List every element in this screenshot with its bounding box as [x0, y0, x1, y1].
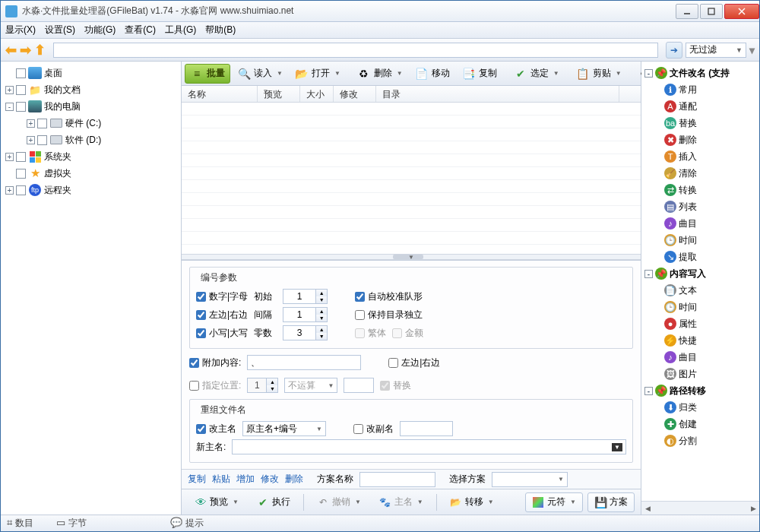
- ops-item[interactable]: 🧹清除: [641, 165, 759, 182]
- expand-icon[interactable]: -: [5, 103, 14, 111]
- tree-item[interactable]: +📁我的文档: [1, 81, 181, 98]
- right-scrollbar[interactable]: ◀▶: [641, 501, 759, 515]
- ops-item[interactable]: ♪曲目: [641, 215, 759, 232]
- position-spinner[interactable]: ▲▼: [247, 378, 278, 393]
- start-spinner[interactable]: ▲▼: [283, 289, 328, 304]
- expand-icon[interactable]: -: [644, 270, 653, 278]
- minimize-button[interactable]: [676, 4, 698, 19]
- append-check[interactable]: 附加内容:: [189, 356, 241, 369]
- scheme-link[interactable]: 增加: [236, 473, 255, 486]
- ops-item[interactable]: ba替换: [641, 115, 759, 131]
- position-replace-check[interactable]: 替换: [380, 379, 411, 392]
- position-check[interactable]: 指定位置:: [189, 379, 241, 392]
- tree-item[interactable]: +硬件 (C:): [1, 115, 181, 131]
- traditional-check[interactable]: 繁体: [355, 327, 386, 340]
- checkbox[interactable]: [37, 135, 47, 145]
- main-name-check[interactable]: 改主名: [196, 423, 236, 435]
- transfer-button[interactable]: 📂转移▼: [443, 492, 501, 512]
- money-check[interactable]: 金额: [392, 327, 423, 340]
- path-input[interactable]: [53, 43, 658, 58]
- checkbox[interactable]: [16, 169, 26, 179]
- splitter[interactable]: ▼: [182, 254, 641, 260]
- tree-item[interactable]: +ftp远程夹: [1, 182, 181, 198]
- append-lr-check[interactable]: 左边|右边: [388, 356, 440, 369]
- case-check[interactable]: 小写|大写: [196, 327, 248, 340]
- column-header[interactable]: 预览: [258, 86, 300, 102]
- tree-item[interactable]: +系统夹: [1, 148, 181, 165]
- ops-item[interactable]: 📄文本: [641, 282, 759, 299]
- expand-icon[interactable]: +: [27, 136, 35, 144]
- expand-icon[interactable]: +: [5, 186, 14, 195]
- maximize-button[interactable]: [700, 4, 723, 19]
- back-button[interactable]: ⬅: [5, 42, 17, 59]
- column-header[interactable]: 名称: [182, 86, 258, 102]
- expand-icon[interactable]: +: [5, 86, 14, 94]
- symbol-button[interactable]: 元符▼: [525, 492, 583, 512]
- execute-button[interactable]: ✔执行: [250, 492, 297, 512]
- ops-item[interactable]: 🖼图片: [641, 366, 759, 382]
- expand-icon[interactable]: +: [27, 119, 35, 128]
- file-list[interactable]: [182, 103, 641, 254]
- gap-spinner[interactable]: ▲▼: [283, 307, 328, 322]
- expand-icon[interactable]: [5, 69, 14, 78]
- menu-item[interactable]: 查看(C): [125, 24, 156, 36]
- primary-button[interactable]: 🐾主名▼: [372, 492, 430, 512]
- scheme-link[interactable]: 修改: [261, 473, 279, 486]
- menu-item[interactable]: 工具(G): [165, 24, 196, 36]
- scheme-link[interactable]: 复制: [188, 473, 206, 486]
- ops-category[interactable]: -📌路径转移: [641, 382, 759, 399]
- expand-icon[interactable]: -: [644, 387, 653, 395]
- go-button[interactable]: ➔: [666, 42, 682, 59]
- list-header[interactable]: 名称预览大小修改目录: [182, 86, 641, 103]
- auto-align-check[interactable]: 自动校准队形: [355, 290, 423, 303]
- digit-letter-check[interactable]: 数字|字母: [196, 290, 248, 303]
- menu-item[interactable]: 功能(G): [84, 24, 116, 36]
- checkbox[interactable]: [16, 102, 26, 112]
- cut-button[interactable]: 📋剪贴▼: [571, 64, 627, 84]
- batch-button[interactable]: ≡批量: [185, 64, 230, 84]
- checkbox[interactable]: [16, 68, 26, 78]
- select-button[interactable]: ✔选定▼: [508, 64, 565, 84]
- scheme-select-combo[interactable]: ▼: [492, 472, 568, 487]
- expand-icon[interactable]: +: [5, 153, 14, 161]
- column-header[interactable]: 大小: [300, 86, 334, 102]
- ops-item[interactable]: T插入: [641, 148, 759, 165]
- close-button[interactable]: [724, 4, 759, 19]
- copy-button[interactable]: 📑复制: [457, 64, 502, 84]
- main-name-combo[interactable]: 原主名+编号▼: [242, 421, 326, 436]
- ops-category[interactable]: -📌文件改名 (支持: [641, 65, 759, 81]
- ops-item[interactable]: ⬇归类: [641, 399, 759, 416]
- operations-tree[interactable]: -📌文件改名 (支持ℹ常用A通配ba替换✖删除T插入🧹清除⇄转换▤列表♪曲目🕒时…: [641, 62, 759, 515]
- ops-item[interactable]: A通配: [641, 98, 759, 115]
- ops-item[interactable]: ↘提取: [641, 249, 759, 265]
- menu-item[interactable]: 帮助(B): [205, 24, 236, 36]
- folder-tree[interactable]: 桌面+📁我的文档-我的电脑+硬件 (C:)+软件 (D:)+系统夹★虚拟夹+ft…: [1, 62, 182, 515]
- keep-dir-check[interactable]: 保持目录独立: [355, 309, 423, 321]
- ops-item[interactable]: ℹ常用: [641, 81, 759, 98]
- position-val-input[interactable]: [344, 378, 374, 393]
- ops-item[interactable]: ✚创建: [641, 416, 759, 432]
- checkbox[interactable]: [16, 85, 26, 95]
- ops-item[interactable]: ◐分割: [641, 432, 759, 449]
- open-button[interactable]: 📂打开▼: [290, 64, 346, 84]
- append-input[interactable]: [247, 355, 361, 370]
- tree-item[interactable]: +软件 (D:): [1, 131, 181, 148]
- new-main-combo[interactable]: ▼: [232, 439, 626, 454]
- scheme-link[interactable]: 粘贴: [212, 473, 230, 486]
- scheme-link[interactable]: 删除: [285, 473, 303, 486]
- column-header[interactable]: 修改: [334, 86, 376, 102]
- ops-item[interactable]: ⚡快捷: [641, 332, 759, 349]
- menu-item[interactable]: 设置(S): [45, 24, 75, 36]
- ops-item[interactable]: ●属性: [641, 315, 759, 332]
- checkbox[interactable]: [16, 152, 26, 162]
- checkbox[interactable]: [37, 119, 47, 128]
- plan-button[interactable]: 💾方案: [587, 492, 635, 512]
- filter-menu-button[interactable]: ▾: [749, 44, 755, 56]
- position-op-combo[interactable]: 不运算▼: [284, 378, 337, 393]
- scheme-name-input[interactable]: [359, 472, 435, 487]
- left-right-check[interactable]: 左边|右边: [196, 309, 248, 321]
- ops-item[interactable]: 🕒时间: [641, 299, 759, 315]
- column-header[interactable]: 目录: [376, 86, 619, 102]
- filter-combo[interactable]: 无过滤 ▼: [686, 43, 746, 58]
- undo-button[interactable]: ↶撤销▼: [310, 492, 368, 512]
